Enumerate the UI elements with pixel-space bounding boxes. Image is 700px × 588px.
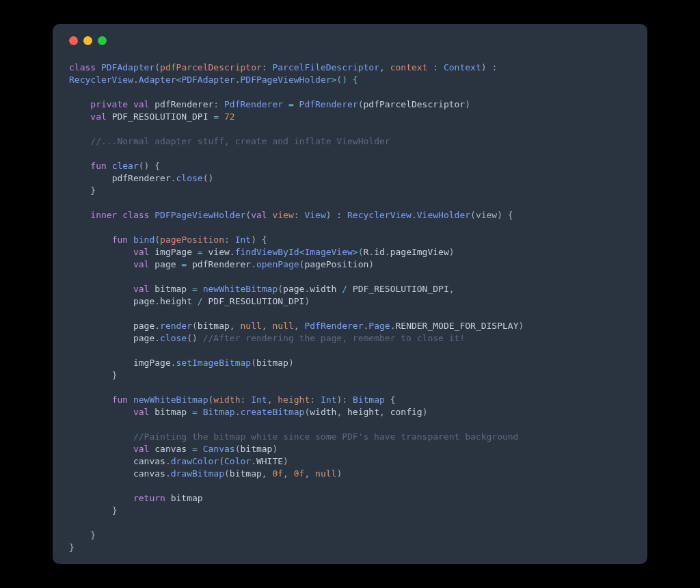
class-name: PDFAdapter bbox=[101, 62, 154, 72]
code-block: class PDFAdapter(pdfParcelDescriptor: Pa… bbox=[69, 62, 631, 554]
comment: //...Normal adapter stuff, create and in… bbox=[90, 136, 390, 146]
code-window: class PDFAdapter(pdfParcelDescriptor: Pa… bbox=[53, 24, 647, 564]
maximize-icon[interactable] bbox=[98, 36, 107, 45]
window-traffic-lights bbox=[69, 36, 631, 45]
minimize-icon[interactable] bbox=[83, 36, 92, 45]
keyword: class bbox=[69, 62, 101, 72]
close-icon[interactable] bbox=[69, 36, 78, 45]
